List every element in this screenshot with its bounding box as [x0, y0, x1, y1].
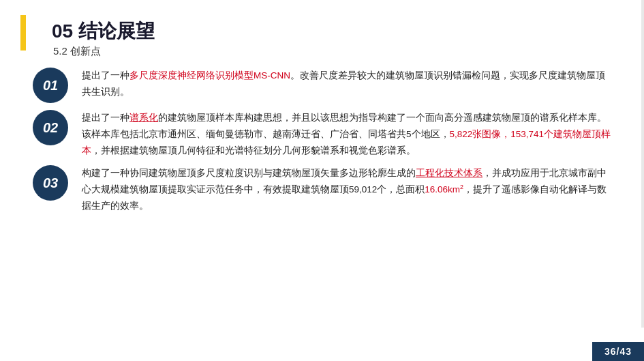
main-title: 05 结论展望: [52, 19, 611, 44]
title-section: 05 结论展望 5.2 创新点: [52, 19, 611, 58]
item-text-03: 构建了一种协同建筑物屋顶多尺度粒度识别与建筑物屋顶矢量多边形轮廓生成的工程化技术…: [82, 165, 611, 214]
item-row-02: 02 提出了一种谱系化的建筑物屋顶样本库构建思想，并且以该思想为指导构建了一个面…: [33, 110, 611, 158]
item-row-01: 01 提出了一种多尺度深度神经网络识别模型MS-CNN。改善尺度差异较大的建筑物…: [33, 68, 611, 103]
item-row-03: 03 构建了一种协同建筑物屋顶多尺度粒度识别与建筑物屋顶矢量多边形轮廓生成的工程…: [33, 165, 611, 214]
accent-bar: [20, 15, 26, 50]
highlight-spectrum: 谱系化: [129, 113, 158, 123]
page-container: 05 结论展望 5.2 创新点 01 提出了一种多尺度深度神经网络识别模型MS-…: [0, 0, 644, 361]
highlight-ms-cnn: 多尺度深度神经网络识别模型MS-CNN: [129, 70, 290, 81]
content-area: 01 提出了一种多尺度深度神经网络识别模型MS-CNN。改善尺度差异较大的建筑物…: [33, 68, 611, 214]
highlight-stats: 5,822张图像，153,741个建筑物屋顶样本: [82, 129, 611, 156]
highlight-area: 16.06km2: [425, 184, 463, 194]
right-accent-bar: [641, 0, 644, 328]
item-text-02: 提出了一种谱系化的建筑物屋顶样本库构建思想，并且以该思想为指导构建了一个面向高分…: [82, 110, 611, 158]
item-number-03: 03: [33, 165, 68, 201]
highlight-engineering: 工程化技术体系: [416, 168, 482, 178]
item-text-01: 提出了一种多尺度深度神经网络识别模型MS-CNN。改善尺度差异较大的建筑物屋顶识…: [82, 68, 611, 100]
page-number: 36/43: [592, 342, 644, 361]
sub-title: 5.2 创新点: [53, 45, 611, 58]
item-number-01: 01: [33, 68, 68, 103]
item-number-02: 02: [33, 110, 68, 145]
